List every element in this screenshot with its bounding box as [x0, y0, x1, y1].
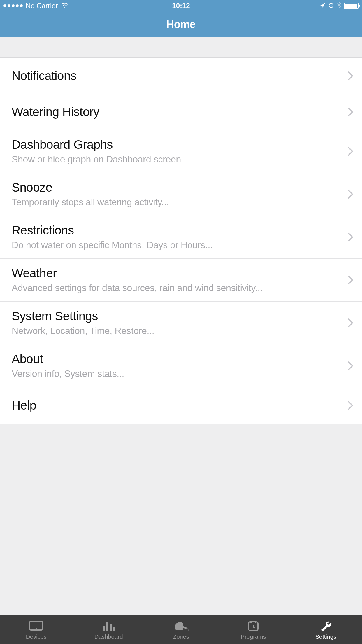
- tab-dashboard[interactable]: Dashboard: [72, 615, 145, 644]
- settings-item-restrictions[interactable]: Restrictions Do not water on specific Mo…: [0, 216, 362, 259]
- carrier-label: No Carrier: [26, 2, 58, 10]
- nav-bar: Home: [0, 12, 362, 37]
- alarm-icon: [328, 2, 334, 10]
- settings-item-about[interactable]: About Version info, System stats...: [0, 344, 362, 387]
- section-gap: [0, 37, 362, 58]
- chevron-right-icon: [347, 71, 353, 81]
- chevron-right-icon: [347, 189, 353, 199]
- settings-item-system-settings[interactable]: System Settings Network, Location, Time,…: [0, 302, 362, 344]
- tab-devices[interactable]: Devices: [0, 615, 72, 644]
- location-icon: [320, 2, 325, 10]
- settings-item-subtitle: Temporarily stops all watering activity.…: [12, 196, 342, 208]
- signal-dots-icon: [3, 4, 23, 7]
- settings-item-title: About: [12, 352, 342, 366]
- calendar-icon: [247, 620, 260, 632]
- tab-label: Zones: [173, 634, 189, 640]
- settings-item-title: Dashboard Graphs: [12, 138, 342, 152]
- bar-chart-icon: [102, 620, 116, 632]
- settings-item-dashboard-graphs[interactable]: Dashboard Graphs Show or hide graph on D…: [0, 130, 362, 173]
- settings-item-notifications[interactable]: Notifications: [0, 58, 362, 94]
- settings-item-weather[interactable]: Weather Advanced settings for data sourc…: [0, 259, 362, 302]
- wrench-icon: [319, 620, 333, 632]
- bottom-gap: [0, 424, 362, 429]
- settings-item-subtitle: Version info, System stats...: [12, 368, 342, 379]
- watering-can-icon: [172, 620, 190, 632]
- settings-item-title: System Settings: [12, 309, 342, 323]
- battery-icon: [344, 3, 359, 9]
- page-title: Home: [166, 18, 196, 31]
- tab-zones[interactable]: Zones: [145, 615, 217, 644]
- settings-item-watering-history[interactable]: Watering History: [0, 94, 362, 130]
- chevron-right-icon: [347, 232, 353, 242]
- svg-point-2: [36, 628, 37, 629]
- svg-rect-6: [113, 627, 115, 631]
- status-right: [320, 2, 359, 10]
- svg-point-8: [188, 629, 189, 630]
- bluetooth-icon: [337, 2, 341, 10]
- status-time: 10:12: [172, 2, 190, 10]
- settings-item-title: Help: [12, 398, 342, 412]
- chevron-right-icon: [347, 146, 353, 156]
- settings-item-title: Weather: [12, 266, 342, 280]
- settings-item-subtitle: Do not water on specific Months, Days or…: [12, 239, 342, 251]
- settings-item-subtitle: Show or hide graph on Dashboard screen: [12, 153, 342, 165]
- chevron-right-icon: [347, 275, 353, 285]
- svg-point-7: [187, 628, 188, 629]
- wifi-icon: [61, 2, 68, 10]
- svg-rect-3: [103, 626, 105, 631]
- settings-item-snooze[interactable]: Snooze Temporarily stops all watering ac…: [0, 173, 362, 216]
- svg-rect-4: [106, 622, 108, 631]
- tab-label: Programs: [241, 634, 266, 640]
- chevron-right-icon: [347, 400, 353, 410]
- settings-item-help[interactable]: Help: [0, 387, 362, 424]
- tab-settings[interactable]: Settings: [290, 615, 362, 644]
- chevron-right-icon: [347, 361, 353, 371]
- tab-label: Devices: [26, 634, 47, 640]
- chevron-right-icon: [347, 107, 353, 117]
- device-icon: [28, 620, 44, 632]
- chevron-right-icon: [347, 318, 353, 328]
- settings-item-title: Restrictions: [12, 223, 342, 237]
- tab-programs[interactable]: Programs: [217, 615, 289, 644]
- tab-label: Dashboard: [94, 634, 123, 640]
- settings-list: Notifications Watering History Dashboard…: [0, 58, 362, 424]
- tab-label: Settings: [315, 634, 336, 640]
- settings-item-title: Watering History: [12, 105, 342, 119]
- settings-item-title: Notifications: [12, 69, 342, 83]
- settings-item-subtitle: Network, Location, Time, Restore...: [12, 325, 342, 337]
- status-bar: No Carrier 10:12: [0, 0, 362, 12]
- status-left: No Carrier: [3, 2, 68, 10]
- settings-item-subtitle: Advanced settings for data sources, rain…: [12, 282, 342, 294]
- tab-bar: Devices Dashboard Zones Programs Setting…: [0, 615, 362, 644]
- svg-rect-5: [110, 624, 112, 631]
- settings-item-title: Snooze: [12, 181, 342, 195]
